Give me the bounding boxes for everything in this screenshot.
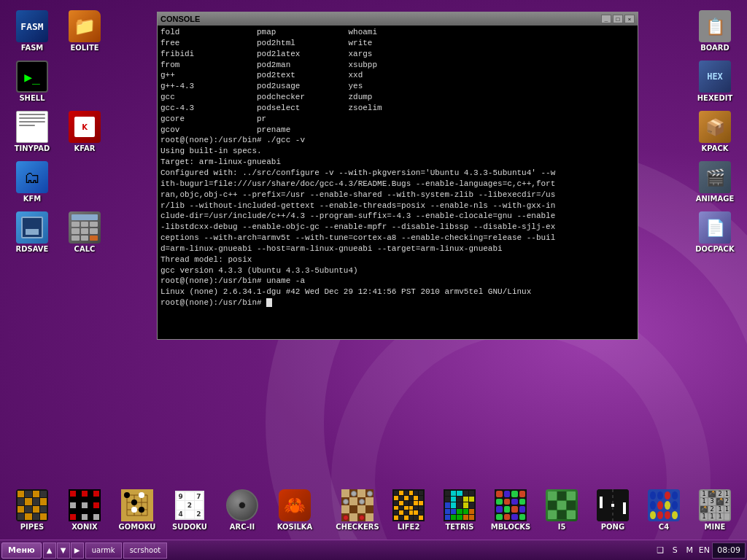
desktop-icon-tetris[interactable]: TETRIS <box>435 486 484 534</box>
pipes-icon <box>16 489 48 521</box>
shell-icon: ▶_ <box>16 61 48 93</box>
desktop-icon-pong[interactable]: PONG <box>588 486 638 534</box>
desktop-icon-life2[interactable]: LIFE2 <box>384 486 433 534</box>
svg-rect-9 <box>93 514 99 520</box>
desktop-icon-eolite[interactable]: 📁 EOLITE <box>60 7 109 55</box>
desktop-icon-kfar[interactable]: K KFAR <box>60 108 109 155</box>
console-line: ran,objc,obj-c++ --prefix=/usr --enable-… <box>160 190 635 201</box>
tetris-icon <box>444 489 476 521</box>
console-line: gcc-4.3 podselect zsoelim <box>160 103 635 114</box>
desktop-icon-board[interactable]: 📋 BOARD <box>690 7 740 55</box>
taskbar-menu-button[interactable]: Меню <box>1 542 42 559</box>
desktop-icon-fasm[interactable]: FASM FASM <box>7 7 57 55</box>
arcii-label: ARC-II <box>230 523 255 531</box>
svg-point-22 <box>131 507 137 513</box>
kpack-label: KPACK <box>702 144 729 152</box>
desktop-icon-animage[interactable]: 🎬 ANIMAGE <box>690 158 740 206</box>
svg-rect-27 <box>611 504 614 507</box>
desktop-icon-tinypad[interactable]: TINYPAD <box>7 108 57 155</box>
svg-rect-5 <box>82 502 88 508</box>
gomoku-icon <box>121 489 153 521</box>
console-window[interactable]: CONSOLE _ □ × fold pmap whoami free pod2… <box>157 12 638 340</box>
desktop-icon-sudoku[interactable]: 9 7 2 4 2 SUDOKU <box>165 486 214 534</box>
shell-label: SHELL <box>19 94 44 102</box>
desktop-icon-kfm[interactable]: 🗂 KFM <box>7 158 57 206</box>
taskbar-nav-up[interactable]: ▲ <box>43 542 56 559</box>
taskbar-window-uarmk[interactable]: uarmk <box>85 542 122 559</box>
taskbar: Меню ▲ ▼ ▶ uarmk scrshoot ❑ S M EN 08:09 <box>0 540 747 560</box>
console-line: fold pmap whoami <box>160 27 635 38</box>
console-line: r/lib --without-included-gettext --enabl… <box>160 201 635 211</box>
checkers-label: CHECKERS <box>336 523 379 531</box>
console-prompt: root@(none):/usr/bin# ./gcc -v <box>160 135 635 146</box>
svg-point-23 <box>139 507 144 513</box>
systray-network[interactable]: ❑ <box>654 544 667 557</box>
desktop-icon-calc[interactable]: CALC <box>60 209 109 256</box>
desktop-icon-shell[interactable]: ▶_ SHELL <box>7 58 57 105</box>
desktop-icon-kpack[interactable]: 📦 KPACK <box>690 108 740 155</box>
kfm-icon: 🗂 <box>16 161 48 193</box>
systray-s[interactable]: S <box>668 544 681 557</box>
desktop-icon-docpack[interactable]: 📄 DOCPACK <box>690 209 740 256</box>
taskbar-nav-right[interactable]: ▶ <box>71 542 84 559</box>
mine-icon: 1 💣 2 1 1 3 💣 2 💣 2 1 1 1 1 1 <box>699 489 731 521</box>
console-line: Configured with: ../src/configure -v --w… <box>160 168 635 179</box>
console-line: gcc version 4.3.3 (Ubuntu 4.3.3-5ubuntu4… <box>160 265 635 276</box>
desktop-icon-kosilka[interactable]: 🦀 KOSILKA <box>270 486 320 534</box>
animage-icon: 🎬 <box>699 161 731 193</box>
console-line: Thread model: posix <box>160 254 635 265</box>
svg-rect-1 <box>70 491 76 497</box>
docpack-label: DOCPACK <box>695 245 734 253</box>
rdsave-icon <box>16 211 48 244</box>
desktop-icon-mine[interactable]: 1 💣 2 1 1 3 💣 2 💣 2 1 1 1 1 1 MINE <box>690 486 740 534</box>
console-line: gcov prename <box>160 125 635 136</box>
taskbar-menu-label: Меню <box>8 545 35 555</box>
desktop-icon-checkers[interactable]: CHECKERS <box>333 486 382 534</box>
console-line: gcc podchecker zdump <box>160 92 635 103</box>
desktop-icon-gomoku[interactable]: GOMOKU <box>112 486 162 534</box>
tinypad-icon <box>16 111 48 143</box>
console-line: clude-dir=/usr/include/c++/4.3 --program… <box>160 211 635 222</box>
taskbar-nav: ▲ ▼ ▶ <box>43 542 84 559</box>
console-close-button[interactable]: × <box>624 15 635 23</box>
life2-icon <box>392 489 425 521</box>
console-prompt: root@(none):/usr/bin# <box>160 298 635 308</box>
kosilka-icon: 🦀 <box>279 489 311 521</box>
svg-point-19 <box>124 492 130 498</box>
console-body[interactable]: fold pmap whoami free pod2html write fri… <box>158 26 638 339</box>
eolite-icon: 📁 <box>69 10 101 42</box>
taskbar-nav-down[interactable]: ▼ <box>57 542 70 559</box>
desktop-icon-pipes[interactable]: PIPES <box>7 486 57 534</box>
systray-lang[interactable]: EN <box>697 544 711 557</box>
hexedit-label: HEXEDIT <box>697 94 733 102</box>
console-minimize-button[interactable]: _ <box>601 15 611 23</box>
desktop-icon-rdsave[interactable]: RDSAVE <box>7 209 57 256</box>
desktop-icon-i5[interactable]: I5 <box>537 486 587 534</box>
console-line: Linux (none) 2.6.34.1-dgu #42 Wed Dec 29… <box>160 287 635 298</box>
desktop-icons-right: 📋 BOARD HEX HEXEDIT 📦 KPACK 🎬 ANIMAGE 📄 <box>690 7 740 256</box>
hexedit-icon: HEX <box>699 61 731 93</box>
i5-icon <box>546 489 578 521</box>
systray-m[interactable]: M <box>683 544 696 557</box>
taskbar-window-scrshoot[interactable]: scrshoot <box>123 542 168 559</box>
desktop-icon-c4[interactable]: C4 <box>639 486 689 534</box>
console-maximize-button[interactable]: □ <box>613 15 623 23</box>
desktop-icon-mblocks[interactable]: MBLOCKS <box>486 486 535 534</box>
svg-rect-8 <box>82 514 88 520</box>
desktop-icons-left: FASM FASM 📁 EOLITE ▶_ SHELL <box>7 7 109 256</box>
fasm-icon: FASM <box>16 10 48 42</box>
tetris-label: TETRIS <box>445 523 473 531</box>
console-line: ith-bugurl=file:///usr/share/doc/gcc-4.3… <box>160 179 635 190</box>
calc-icon <box>69 211 101 244</box>
svg-rect-7 <box>70 514 76 520</box>
svg-point-21 <box>139 492 144 498</box>
board-label: BOARD <box>700 44 729 52</box>
kpack-icon: 📦 <box>699 111 731 143</box>
console-titlebar: CONSOLE _ □ × <box>158 12 638 26</box>
desktop-icon-hexedit[interactable]: HEX HEXEDIT <box>690 58 740 105</box>
desktop-icon-xonix[interactable]: XONIX <box>60 486 109 534</box>
desktop-icon-arcii[interactable]: ARC-II <box>217 486 267 534</box>
tinypad-label: TINYPAD <box>15 144 50 152</box>
console-window-controls: _ □ × <box>601 15 635 23</box>
console-line: from pod2man xsubpp <box>160 60 635 71</box>
